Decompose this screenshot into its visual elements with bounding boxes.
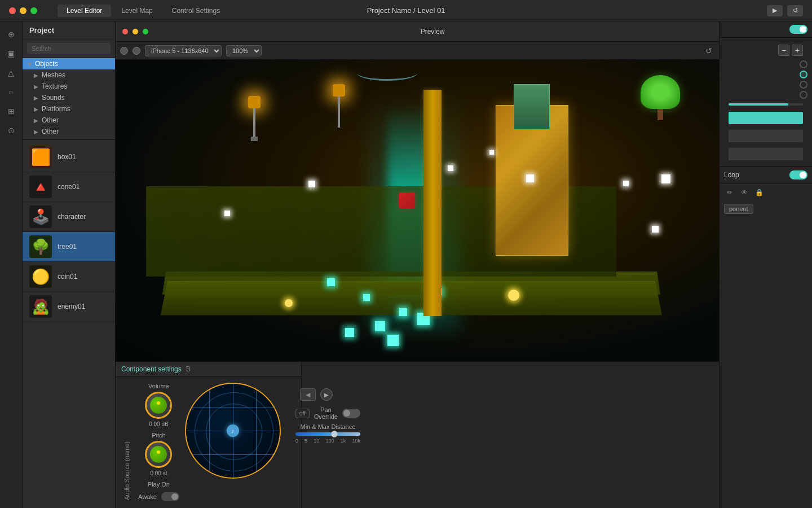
icon-square-grid[interactable]: ⊞ [3, 103, 20, 120]
play-button[interactable]: ▶ [767, 5, 783, 16]
radio-row-3 [724, 81, 807, 89]
minimize-button[interactable] [20, 7, 27, 14]
maximize-button[interactable] [30, 7, 37, 14]
preview-close[interactable] [122, 29, 128, 34]
close-button[interactable] [9, 7, 16, 14]
arrow-icon: ▶ [34, 129, 39, 135]
distance-label: Min & Max Distance [295, 423, 360, 430]
icon-box[interactable]: ▣ [3, 45, 20, 62]
awake-toggle[interactable] [161, 492, 179, 501]
asset-name-character: character [58, 213, 86, 221]
top-toggle[interactable] [789, 25, 807, 34]
radio-row-4 [724, 91, 807, 99]
preview-refresh-icon[interactable]: ↺ [703, 45, 714, 56]
refresh-button[interactable]: ↺ [787, 5, 803, 16]
search-input[interactable] [27, 43, 111, 54]
tree-item-objects[interactable]: ▼ Objects [23, 58, 115, 69]
game-scene [116, 60, 719, 361]
titlebar: Level Editor Level Map Control Settings … [0, 0, 812, 21]
audio-toggle-btn[interactable]: ◀ [300, 388, 316, 401]
rp-slider-1[interactable] [729, 103, 803, 106]
plus-button[interactable]: + [792, 45, 803, 56]
loop-toggle[interactable] [789, 170, 807, 179]
lock-icon[interactable]: 🔒 [753, 187, 765, 198]
tab-level-editor[interactable]: Level Editor [58, 5, 111, 17]
device-selector[interactable]: iPhone 5 - 1136x640 [145, 45, 222, 56]
tab-level-map[interactable]: Level Map [112, 5, 161, 17]
awake-row: Awake [138, 492, 179, 501]
tree-item-platforms[interactable]: ▶ Platforms [23, 103, 115, 115]
dist-10k: 10k [352, 438, 360, 444]
audio-source-label: Audio Source (name) [121, 383, 133, 502]
cs-tab-component[interactable]: Component settings [121, 365, 182, 373]
preview-minimize[interactable] [133, 29, 138, 34]
radio-4[interactable] [800, 91, 807, 99]
window-traffic-lights [9, 7, 37, 14]
asset-item-tree01[interactable]: 🌳 tree01 [23, 232, 115, 262]
lamp-post-center [333, 84, 345, 128]
pan-override-row: off Pan Override [295, 406, 360, 420]
distance-thumb[interactable] [331, 431, 338, 437]
asset-thumb-tree01: 🌳 [29, 235, 52, 258]
asset-item-box01[interactable]: 🟧 box01 [23, 142, 115, 172]
eye-icon[interactable]: 👁 [739, 187, 750, 198]
tree-item-other1[interactable]: ▶ Other [23, 115, 115, 126]
tab-control-settings[interactable]: Control Settings [163, 5, 229, 17]
component-label-row: ponent [720, 202, 812, 216]
preview-title: Preview [153, 28, 712, 36]
play-controls: ◀ ▶ [295, 386, 360, 403]
rp-bar-empty-1 [729, 130, 803, 142]
tree-item-textures[interactable]: ▶ Textures [23, 81, 115, 92]
pitch-value: 0.00 st [150, 470, 167, 476]
tree-item-other2[interactable]: ▶ Other [23, 126, 115, 137]
titlebar-actions: ▶ ↺ [767, 5, 803, 16]
radio-3[interactable] [800, 81, 807, 89]
cs-content: Audio Source (name) Volume 0.00 dB [116, 377, 301, 508]
asset-item-coin01[interactable]: 🟡 coin01 [23, 262, 115, 292]
asset-thumb-cone01: 🔺 [29, 176, 52, 198]
rp-slider-fill [729, 103, 788, 106]
volume-knob-group: Volume 0.00 dB [145, 383, 172, 427]
asset-name-tree01: tree01 [58, 243, 77, 251]
distance-labels: 0 5 10 100 1k 10k [295, 438, 360, 444]
toolbar-circle-2 [133, 47, 140, 55]
audio-play-btn[interactable]: ▶ [320, 388, 333, 401]
play-on-label: Play On [148, 481, 170, 488]
asset-name-coin01: coin01 [58, 273, 77, 281]
edit-icon[interactable]: ✏ [724, 187, 735, 198]
arrow-icon: ▼ [27, 61, 33, 67]
rp-icons-row: ✏ 👁 🔒 [720, 183, 812, 202]
asset-item-cone01[interactable]: 🔺 cone01 [23, 172, 115, 202]
tree-item-sounds[interactable]: ▶ Sounds [23, 92, 115, 103]
icon-circle[interactable]: ○ [3, 84, 20, 100]
radio-1[interactable] [800, 60, 807, 68]
cs-tab-b[interactable]: B [186, 365, 191, 373]
preview-maximize[interactable] [143, 29, 148, 34]
asset-name-cone01: cone01 [58, 183, 80, 191]
asset-item-character[interactable]: 🕹️ character [23, 202, 115, 232]
icon-globe[interactable]: ⊙ [3, 122, 20, 139]
asset-item-enemy01[interactable]: 🧟 enemy01 [23, 292, 115, 322]
tree-item-meshes[interactable]: ▶ Meshes [23, 69, 115, 81]
off-button[interactable]: off [295, 409, 310, 418]
component-label-button[interactable]: ponent [724, 204, 753, 214]
asset-name-enemy01: enemy01 [58, 303, 85, 310]
icon-cursor[interactable]: ⊕ [3, 26, 20, 43]
pitch-knob[interactable] [145, 441, 172, 468]
volume-knob[interactable] [145, 392, 172, 419]
zoom-selector[interactable]: 100% [226, 45, 262, 56]
asset-thumb-coin01: 🟡 [29, 265, 52, 288]
pan-override-toggle[interactable] [342, 409, 360, 418]
audio-controls: ◀ ▶ off Pan Override Min & Max Distance [292, 383, 364, 502]
sphere-audio-icon[interactable]: ♪ [227, 424, 239, 437]
tab-group: Level Editor Level Map Control Settings [58, 5, 229, 17]
asset-thumb-enemy01: 🧟 [29, 295, 52, 318]
radio-2[interactable] [800, 71, 807, 78]
rp-bar-filled [729, 112, 803, 124]
distance-slider[interactable] [295, 432, 360, 436]
icon-triangle[interactable]: △ [3, 64, 20, 81]
minus-button[interactable]: − [778, 45, 789, 56]
volume-label: Volume [148, 383, 169, 389]
lamp-post-left [248, 96, 261, 141]
awake-label: Awake [138, 493, 157, 500]
